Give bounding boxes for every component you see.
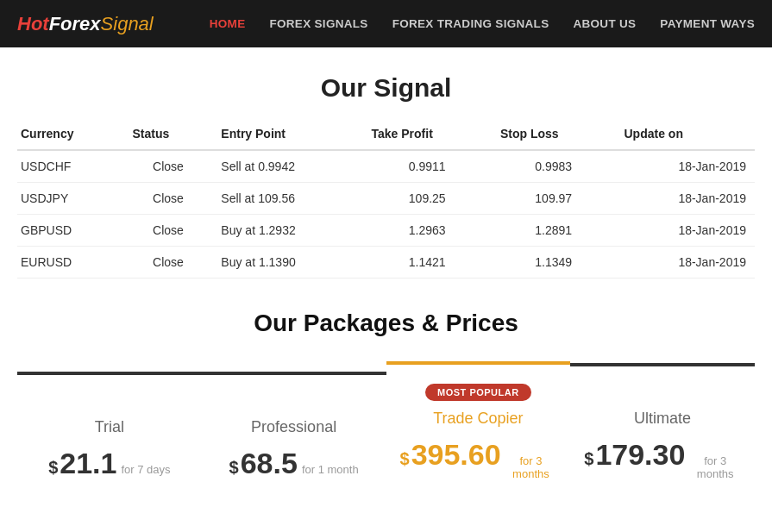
price-duration: for 7 days bbox=[121, 463, 170, 476]
nav-about-us[interactable]: ABOUT US bbox=[573, 17, 636, 30]
package-card: Trial $ 21.1 for 7 days bbox=[17, 372, 202, 498]
cell-status: Close bbox=[124, 247, 213, 279]
package-price: $ 68.5 for 1 month bbox=[216, 447, 373, 480]
price-dollar: $ bbox=[584, 449, 593, 469]
col-status: Status bbox=[124, 122, 213, 150]
package-name: Ultimate bbox=[584, 410, 741, 428]
main-content: Our Signal Currency Status Entry Point T… bbox=[0, 47, 772, 515]
package-name: Trade Copier bbox=[400, 410, 557, 428]
logo-signal: Signal bbox=[101, 13, 154, 35]
price-dollar: $ bbox=[400, 449, 410, 469]
price-amount: 395.60 bbox=[411, 438, 501, 472]
packages-section: Our Packages & Prices Trial $ 21.1 for 7… bbox=[17, 310, 755, 498]
package-card: Professional $ 68.5 for 1 month bbox=[202, 372, 386, 498]
col-stop-loss: Stop Loss bbox=[492, 122, 616, 150]
cell-take-profit: 0.9911 bbox=[363, 150, 492, 183]
cell-currency: EURUSD bbox=[17, 247, 124, 279]
cell-status: Close bbox=[124, 183, 213, 215]
cell-update: 18-Jan-2019 bbox=[616, 247, 756, 279]
cell-update: 18-Jan-2019 bbox=[616, 215, 756, 247]
col-update: Update on bbox=[616, 122, 756, 150]
price-duration: for 1 month bbox=[302, 463, 359, 476]
package-price: $ 395.60 for 3 months bbox=[400, 438, 557, 480]
cell-take-profit: 109.25 bbox=[363, 183, 492, 215]
package-name: Professional bbox=[216, 418, 373, 436]
cell-status: Close bbox=[124, 215, 213, 247]
nav-home[interactable]: HOME bbox=[210, 17, 246, 30]
price-duration: for 3 months bbox=[505, 454, 557, 480]
table-row: EURUSD Close Buy at 1.1390 1.1421 1.1349… bbox=[17, 247, 755, 279]
signal-table: Currency Status Entry Point Take Profit … bbox=[17, 122, 755, 279]
cell-status: Close bbox=[124, 150, 213, 183]
table-row: GBPUSD Close Buy at 1.2932 1.2963 1.2891… bbox=[17, 215, 755, 247]
nav-forex-signals[interactable]: FOREX SIGNALS bbox=[269, 17, 367, 30]
logo-hot: Hot bbox=[17, 13, 49, 35]
price-duration: for 3 months bbox=[689, 454, 741, 480]
cell-currency: USDJPY bbox=[17, 183, 124, 215]
cell-currency: GBPUSD bbox=[17, 215, 124, 247]
signal-section-title: Our Signal bbox=[17, 73, 755, 103]
price-amount: 68.5 bbox=[241, 447, 298, 480]
nav-links: HOME FOREX SIGNALS FOREX TRADING SIGNALS… bbox=[210, 17, 755, 30]
col-entry: Entry Point bbox=[212, 122, 362, 150]
cell-stop-loss: 1.2891 bbox=[492, 215, 616, 247]
packages-title: Our Packages & Prices bbox=[17, 310, 755, 337]
cell-update: 18-Jan-2019 bbox=[616, 183, 756, 215]
cell-update: 18-Jan-2019 bbox=[616, 150, 756, 183]
cell-stop-loss: 1.1349 bbox=[492, 247, 616, 279]
table-row: USDCHF Close Sell at 0.9942 0.9911 0.998… bbox=[17, 150, 755, 183]
cell-take-profit: 1.2963 bbox=[363, 215, 492, 247]
logo-forex: Forex bbox=[49, 13, 101, 35]
nav-payment-ways[interactable]: PAYMENT WAYS bbox=[660, 17, 755, 30]
package-price: $ 179.30 for 3 months bbox=[584, 438, 741, 480]
package-card: MOST POPULAR Trade Copier $ 395.60 for 3… bbox=[386, 361, 571, 498]
cell-entry: Sell at 0.9942 bbox=[212, 150, 362, 183]
price-dollar: $ bbox=[48, 458, 58, 478]
navbar: HotForexSignal HOME FOREX SIGNALS FOREX … bbox=[0, 0, 772, 47]
table-row: USDJPY Close Sell at 109.56 109.25 109.9… bbox=[17, 183, 755, 215]
logo: HotForexSignal bbox=[17, 13, 154, 35]
package-card: Ultimate $ 179.30 for 3 months bbox=[570, 363, 755, 498]
cell-take-profit: 1.1421 bbox=[363, 247, 492, 279]
cell-entry: Buy at 1.2932 bbox=[212, 215, 362, 247]
price-dollar: $ bbox=[229, 458, 239, 478]
cell-entry: Sell at 109.56 bbox=[212, 183, 362, 215]
col-take-profit: Take Profit bbox=[363, 122, 492, 150]
most-popular-badge: MOST POPULAR bbox=[400, 384, 557, 410]
cell-stop-loss: 0.9983 bbox=[492, 150, 616, 183]
package-name: Trial bbox=[31, 418, 188, 436]
nav-forex-trading-signals[interactable]: FOREX TRADING SIGNALS bbox=[392, 17, 549, 30]
package-price: $ 21.1 for 7 days bbox=[31, 447, 188, 480]
cell-stop-loss: 109.97 bbox=[492, 183, 616, 215]
price-amount: 179.30 bbox=[595, 438, 685, 472]
col-currency: Currency bbox=[17, 122, 124, 150]
cell-currency: USDCHF bbox=[17, 150, 124, 183]
price-amount: 21.1 bbox=[60, 447, 116, 480]
cell-entry: Buy at 1.1390 bbox=[212, 247, 362, 279]
packages-grid: Trial $ 21.1 for 7 days Professional $ 6… bbox=[17, 361, 755, 498]
